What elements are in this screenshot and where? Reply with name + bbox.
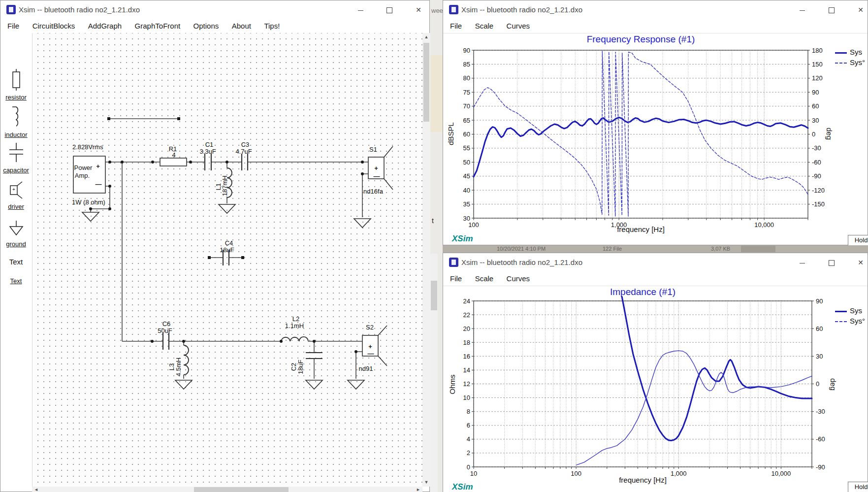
scroll-right-button[interactable]: ► (414, 487, 422, 492)
svg-text:22: 22 (463, 311, 470, 319)
curve-Sys (474, 117, 808, 177)
svg-text:-90: -90 (816, 463, 825, 471)
svg-text:20: 20 (463, 325, 470, 332)
svg-text:70: 70 (463, 102, 470, 110)
component-palette: resistor inductor capacitor + driver gro… (0, 33, 32, 492)
tool-ground[interactable]: ground (0, 220, 32, 248)
svg-text:24: 24 (463, 297, 470, 305)
svg-text:-120: -120 (812, 187, 825, 194)
legend-item-sys-phase: Sys° (835, 317, 865, 325)
right-axis-label: deg (829, 378, 837, 391)
xsim-logo: XSim (452, 234, 473, 244)
svg-text:-30: -30 (812, 144, 821, 152)
legend-item-sys: Sys (835, 48, 862, 56)
tool-text-icon[interactable]: Text (0, 258, 32, 266)
svg-text:4: 4 (467, 435, 470, 443)
curve-Sys° (474, 51, 808, 216)
background-scrollbar (430, 254, 438, 492)
background-text-fragment: t (432, 217, 434, 225)
dashed-line-swatch (835, 321, 847, 322)
file-type-fragment: 122 File (603, 246, 622, 252)
svg-text:45: 45 (463, 172, 470, 180)
right-axis-label: deg (825, 128, 834, 140)
tool-inductor[interactable]: inductor (0, 105, 32, 139)
svg-text:0: 0 (816, 380, 819, 388)
frequency-response-window: Xsim -- bluetooth radio no2_1.21.dxo ✕ F… (443, 0, 868, 245)
legend-item-sys: Sys (835, 306, 862, 315)
ground-icon (6, 220, 26, 238)
file-size-fragment: 3,07 KB (711, 246, 730, 252)
svg-text:2: 2 (467, 449, 470, 457)
x-axis-label: frequency [Hz] (474, 225, 808, 233)
svg-text:-30: -30 (816, 408, 825, 415)
svg-text:14: 14 (463, 366, 470, 374)
svg-text:75: 75 (463, 89, 470, 96)
left-axis-label: Ohms (448, 374, 456, 394)
svg-text:60: 60 (463, 131, 470, 138)
svg-text:180: 180 (812, 47, 823, 54)
background-window-sliver: wee t (430, 0, 443, 492)
close-button[interactable]: ✕ (410, 3, 427, 16)
menu-tips[interactable]: Tips! (258, 19, 285, 33)
title-bar[interactable]: Xsim -- bluetooth radio no2_1.21.dxo ✕ (0, 0, 429, 19)
vertical-scroll-thumb[interactable] (423, 43, 429, 122)
svg-text:90: 90 (463, 47, 470, 54)
svg-text:40: 40 (463, 187, 470, 194)
horizontal-scroll-thumb[interactable] (194, 487, 289, 492)
svg-text:65: 65 (463, 117, 470, 124)
driver-icon: + (6, 181, 26, 200)
desktop: wee t Xsim -- bluetooth radio no2_1.21.d… (0, 0, 868, 492)
background-file-row: 10/20/2021 4:10 PM 122 File 3,07 KB (443, 245, 868, 253)
minimize-button[interactable] (352, 3, 369, 16)
background-beige-block (430, 55, 443, 132)
scroll-left-button[interactable]: ◄ (32, 487, 40, 492)
x-axis-label: frequency [Hz] (474, 476, 812, 484)
divider-block (741, 246, 775, 252)
maximize-button[interactable] (381, 3, 398, 16)
hold-button[interactable]: Hold (848, 482, 868, 492)
scroll-down-button[interactable]: ▼ (422, 478, 430, 487)
resistor-icon (6, 68, 26, 91)
svg-text:30: 30 (812, 117, 819, 124)
tool-capacitor[interactable]: capacitor (0, 142, 32, 174)
svg-text:90: 90 (812, 89, 819, 96)
svg-text:8: 8 (467, 408, 470, 415)
menu-addgraph[interactable]: AddGraph (83, 19, 127, 33)
svg-text:35: 35 (463, 200, 470, 208)
svg-text:18: 18 (463, 339, 470, 346)
svg-text:85: 85 (463, 61, 470, 68)
window-title: Xsim -- bluetooth radio no2_1.21.dxo (19, 5, 140, 14)
svg-text:50: 50 (463, 159, 470, 166)
hold-button[interactable]: Hold (848, 235, 868, 246)
menu-file[interactable]: File (2, 19, 25, 33)
menu-circuitblocks[interactable]: CircuitBlocks (27, 19, 81, 33)
file-date-fragment: 10/20/2021 4:10 PM (497, 246, 546, 252)
menu-options[interactable]: Options (188, 19, 225, 33)
tool-text[interactable]: Text (0, 276, 32, 285)
tool-resistor[interactable]: resistor (0, 68, 32, 101)
solid-line-swatch (835, 311, 847, 312)
capacitor-icon (6, 142, 26, 164)
frequency-response-chart: 9085807570656055504540353018015012090603… (443, 0, 868, 234)
xsim-schematic-window: Xsim -- bluetooth radio no2_1.21.dxo ✕ F… (0, 0, 430, 492)
xsim-app-icon (6, 5, 16, 14)
menu-about[interactable]: About (226, 19, 257, 33)
schematic-canvas[interactable] (32, 33, 422, 487)
svg-text:90: 90 (816, 297, 823, 305)
svg-text:-150: -150 (812, 200, 825, 208)
svg-text:120: 120 (812, 74, 823, 82)
svg-text:150: 150 (812, 61, 823, 68)
svg-text:80: 80 (463, 74, 470, 82)
svg-text:-60: -60 (812, 159, 821, 166)
inductor-icon (6, 105, 26, 129)
impedance-window: Xsim -- bluetooth radio no2_1.21.dxo ✕ F… (443, 253, 868, 492)
menu-bar: File CircuitBlocks AddGraph GraphToFront… (0, 19, 429, 33)
svg-text:30: 30 (816, 353, 823, 360)
dashed-line-swatch (835, 63, 847, 64)
svg-text:6: 6 (467, 422, 470, 429)
svg-text:+: + (12, 187, 15, 192)
menu-graphtofront[interactable]: GraphToFront (129, 19, 186, 33)
background-text-fragment: wee (431, 7, 443, 14)
tool-driver[interactable]: + driver (0, 181, 32, 211)
scroll-up-button[interactable]: ▲ (422, 33, 430, 41)
